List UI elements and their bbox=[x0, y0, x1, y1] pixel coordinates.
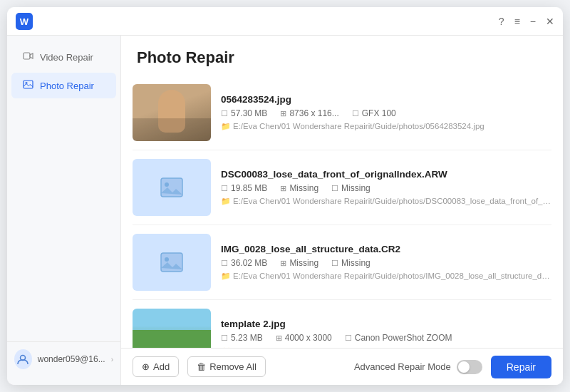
file-icon: ☐ bbox=[221, 184, 228, 193]
file-dimensions: ⊞ Missing bbox=[280, 183, 318, 193]
sidebar-label-photo: Photo Repair bbox=[40, 81, 94, 91]
file-name: template 2.jpg bbox=[221, 319, 551, 329]
file-details: DSC00083_lose_data_front_of_orignalIndex… bbox=[221, 169, 551, 206]
list-item: DSC00083_lose_data_front_of_orignalIndex… bbox=[133, 150, 551, 225]
photo-icon bbox=[21, 79, 34, 92]
sidebar-label-video: Video Repair bbox=[40, 52, 93, 63]
sidebar-nav: Video Repair Photo Repair bbox=[7, 44, 120, 98]
dimensions-icon: ⊞ bbox=[280, 109, 286, 118]
sidebar: Video Repair Photo Repair bbox=[7, 36, 121, 385]
file-icon: ☐ bbox=[221, 259, 228, 268]
folder-icon: 📁 bbox=[221, 197, 231, 205]
file-list: 0564283524.jpg ☐ 57.30 MB ⊞ 8736 x 116..… bbox=[121, 76, 563, 348]
svg-rect-3 bbox=[24, 81, 33, 88]
file-path: 📁E:/Eva Chen/01 Wondershare Repairit/Gui… bbox=[221, 197, 551, 206]
user-info[interactable]: wonder059@16... › bbox=[14, 349, 113, 369]
file-name: DSC00083_lose_data_front_of_orignalIndex… bbox=[221, 169, 551, 180]
dimensions-icon: ⊞ bbox=[280, 184, 286, 193]
dimensions-icon: ⊞ bbox=[276, 334, 282, 343]
sidebar-item-photo-repair[interactable]: Photo Repair bbox=[11, 73, 116, 98]
close-icon[interactable]: ✕ bbox=[546, 16, 554, 27]
file-meta: ☐ 57.30 MB ⊞ 8736 x 116... ☐ GFX 100 bbox=[221, 108, 551, 118]
folder-icon: 📁 bbox=[221, 272, 231, 280]
file-extra: ☐ GFX 100 bbox=[352, 108, 396, 118]
svg-rect-2 bbox=[24, 53, 30, 59]
help-icon[interactable]: ? bbox=[499, 16, 504, 27]
minimize-icon[interactable]: − bbox=[530, 16, 536, 27]
video-icon bbox=[21, 51, 34, 63]
bottom-bar: ⊕ Add 🗑 Remove All Advanced Repair Mode … bbox=[121, 348, 563, 385]
toggle-knob bbox=[458, 361, 470, 373]
file-size: ☐ 19.85 MB bbox=[221, 183, 267, 193]
file-icon: ☐ bbox=[221, 109, 228, 118]
svg-point-9 bbox=[165, 257, 169, 262]
add-button[interactable]: ⊕ Add bbox=[133, 356, 179, 377]
file-size: ☐ 57.30 MB bbox=[221, 108, 267, 118]
camera-icon: ☐ bbox=[352, 109, 359, 118]
page-title: Photo Repair bbox=[137, 48, 547, 67]
menu-icon[interactable]: ≡ bbox=[514, 16, 520, 27]
file-details: 0564283524.jpg ☐ 57.30 MB ⊞ 8736 x 116..… bbox=[221, 94, 551, 131]
plus-icon: ⊕ bbox=[142, 361, 150, 372]
svg-point-7 bbox=[165, 182, 169, 187]
list-item: 0564283524.jpg ☐ 57.30 MB ⊞ 8736 x 116..… bbox=[133, 76, 551, 150]
file-thumbnail bbox=[133, 84, 211, 141]
file-details: template 2.jpg ☐ 5.23 MB ⊞ 4000 x 3000 bbox=[221, 319, 551, 348]
folder-icon: 📁 bbox=[221, 122, 231, 130]
file-name: IMG_0028_lose_all_structure_data.CR2 bbox=[221, 244, 551, 254]
file-details: IMG_0028_lose_all_structure_data.CR2 ☐ 3… bbox=[221, 244, 551, 281]
camera-icon: ☐ bbox=[331, 259, 338, 268]
file-meta: ☐ 36.02 MB ⊞ Missing ☐ Missing bbox=[221, 258, 551, 268]
user-avatar bbox=[14, 349, 32, 369]
user-expand-icon: › bbox=[111, 356, 113, 363]
file-extra: ☐ Missing bbox=[331, 258, 370, 268]
file-meta: ☐ 5.23 MB ⊞ 4000 x 3000 ☐ Canon PowerSho… bbox=[221, 333, 551, 343]
file-dimensions: ⊞ 4000 x 3000 bbox=[276, 333, 332, 343]
sidebar-bottom: wonder059@16... › bbox=[7, 341, 120, 376]
advanced-mode-toggle[interactable] bbox=[457, 360, 482, 374]
camera-icon: ☐ bbox=[331, 184, 338, 193]
title-bar: W ? ≡ − ✕ bbox=[7, 7, 563, 36]
file-icon: ☐ bbox=[221, 334, 228, 343]
repair-button[interactable]: Repair bbox=[491, 356, 551, 378]
remove-all-button[interactable]: 🗑 Remove All bbox=[187, 356, 266, 377]
user-name: wonder059@16... bbox=[38, 354, 105, 364]
file-size: ☐ 5.23 MB bbox=[221, 333, 263, 343]
svg-text:W: W bbox=[20, 16, 29, 27]
app-logo: W bbox=[16, 13, 33, 30]
file-name: 0564283524.jpg bbox=[221, 94, 551, 105]
list-item: template 2.jpg ☐ 5.23 MB ⊞ 4000 x 3000 bbox=[133, 300, 551, 348]
file-path: 📁E:/Eva Chen/01 Wondershare Repairit/Gui… bbox=[221, 272, 551, 281]
file-extra: ☐ Canon PowerShot ZOOM bbox=[345, 333, 452, 343]
window-controls: ? ≡ − ✕ bbox=[499, 16, 554, 27]
content-area: Photo Repair 0564283524.jpg ☐ 57.30 MB bbox=[121, 36, 563, 385]
camera-icon: ☐ bbox=[345, 334, 352, 343]
file-dimensions: ⊞ Missing bbox=[280, 258, 318, 268]
file-size: ☐ 36.02 MB bbox=[221, 258, 267, 268]
content-header: Photo Repair bbox=[121, 36, 563, 76]
file-extra: ☐ Missing bbox=[331, 183, 370, 193]
trash-icon: 🗑 bbox=[197, 361, 206, 372]
main-layout: Video Repair Photo Repair bbox=[7, 36, 563, 385]
list-item: IMG_0028_lose_all_structure_data.CR2 ☐ 3… bbox=[133, 225, 551, 300]
file-dimensions: ⊞ 8736 x 116... bbox=[280, 108, 338, 118]
file-thumbnail bbox=[133, 159, 211, 216]
advanced-mode-label: Advanced Repair Mode bbox=[354, 361, 451, 372]
sidebar-item-video-repair[interactable]: Video Repair bbox=[11, 44, 116, 70]
advanced-mode-control: Advanced Repair Mode bbox=[354, 360, 482, 374]
file-meta: ☐ 19.85 MB ⊞ Missing ☐ Missing bbox=[221, 183, 551, 193]
dimensions-icon: ⊞ bbox=[280, 259, 286, 268]
file-thumbnail bbox=[133, 234, 211, 291]
app-window: W ? ≡ − ✕ Video Repair bbox=[7, 7, 563, 385]
file-thumbnail bbox=[133, 309, 211, 348]
file-path: 📁E:/Eva Chen/01 Wondershare Repairit/Gui… bbox=[221, 122, 551, 131]
